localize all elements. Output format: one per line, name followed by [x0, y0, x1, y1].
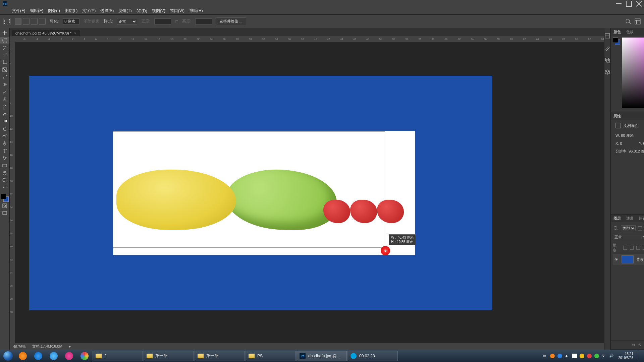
tray-icon-4[interactable]: [580, 354, 584, 358]
magic-wand-tool[interactable]: [0, 52, 9, 58]
layer-filter-select[interactable]: 类型: [621, 225, 636, 231]
tray-flag-icon[interactable]: [572, 354, 577, 358]
layers-tab[interactable]: 图层: [613, 216, 621, 221]
path-select-tool[interactable]: [0, 155, 9, 162]
minimize-button[interactable]: [614, 0, 624, 7]
menu-edit[interactable]: 编辑(E): [30, 8, 43, 14]
search-icon[interactable]: [625, 18, 631, 24]
workspace-icon[interactable]: [635, 18, 641, 24]
tray-desktop-icon[interactable]: ▭: [543, 354, 547, 358]
frame-tool[interactable]: [0, 66, 9, 73]
taskbar-folder-1[interactable]: 2: [93, 351, 143, 361]
tray-icon-1[interactable]: [550, 354, 555, 358]
filter-pixel-icon[interactable]: [638, 226, 642, 231]
taskbar-app-3[interactable]: [46, 351, 61, 361]
taskbar-folder-3[interactable]: 第一章: [195, 351, 245, 361]
status-arrow-icon[interactable]: ▸: [69, 344, 71, 349]
clone-stamp-tool[interactable]: [0, 96, 9, 103]
selection-add-icon[interactable]: [23, 18, 30, 25]
history-brush-tool[interactable]: [0, 103, 9, 110]
taskbar-app-4[interactable]: [62, 351, 76, 361]
menu-view[interactable]: 视图(V): [152, 8, 165, 14]
horizontal-ruler[interactable]: -6-4-20246810121416182022242628303234363…: [10, 36, 604, 42]
taskbar-app-5[interactable]: [77, 351, 92, 361]
move-tool[interactable]: [0, 29, 9, 36]
menu-image[interactable]: 图像(I): [48, 8, 60, 14]
maximize-button[interactable]: [624, 0, 634, 7]
menu-3d[interactable]: 3D(D): [137, 9, 147, 13]
package-panel-icon[interactable]: [604, 69, 610, 75]
menu-file[interactable]: 文件(F): [12, 8, 25, 14]
tray-network-icon[interactable]: ⛛: [602, 354, 606, 358]
channels-tab[interactable]: 通道: [626, 216, 634, 221]
tab-close-icon[interactable]: ×: [74, 31, 76, 35]
screen-mode-icon[interactable]: [0, 210, 9, 217]
swatches-tab[interactable]: 色板: [626, 29, 634, 35]
lasso-tool[interactable]: [0, 44, 9, 51]
tray-icon-5[interactable]: [587, 354, 592, 358]
healing-brush-tool[interactable]: [0, 81, 9, 88]
color-panel-swatch[interactable]: [613, 38, 620, 45]
rectangle-tool[interactable]: [0, 162, 9, 169]
style-select[interactable]: 正常: [117, 18, 137, 25]
quick-mask-icon[interactable]: [0, 202, 9, 209]
feather-input[interactable]: [63, 18, 79, 24]
color-field[interactable]: [622, 38, 644, 108]
lock-position-icon[interactable]: [630, 246, 634, 250]
selection-intersect-icon[interactable]: [39, 18, 46, 25]
lock-pixels-icon[interactable]: [623, 246, 627, 250]
selection-subtract-icon[interactable]: [31, 18, 38, 25]
taskbar-app-1[interactable]: [15, 351, 30, 361]
tray-icon-3[interactable]: ▲: [565, 354, 570, 358]
layer-thumbnail[interactable]: [622, 255, 634, 263]
paths-tab[interactable]: 路径: [639, 216, 644, 221]
canvas-area[interactable]: W：46.43 厘米H：19.55 厘米 ✥: [16, 42, 604, 343]
taskbar-app-2[interactable]: [31, 351, 46, 361]
brush-tool[interactable]: [0, 88, 9, 95]
tray-icon-6[interactable]: [594, 354, 599, 358]
layer-fx-icon[interactable]: fx: [639, 343, 642, 347]
taskbar-recorder[interactable]: 00:02:23: [347, 351, 398, 361]
type-tool[interactable]: [0, 147, 9, 154]
marquee-preset-icon[interactable]: [3, 18, 11, 25]
color-tab[interactable]: 颜色: [613, 29, 621, 35]
dodge-tool[interactable]: [0, 133, 9, 139]
tray-icon-2[interactable]: [557, 354, 562, 358]
marquee-tool[interactable]: [0, 37, 9, 44]
layer-name[interactable]: 背景: [636, 257, 644, 262]
taskbar-folder-4[interactable]: PS: [246, 351, 296, 361]
start-button[interactable]: [1, 351, 15, 361]
history-panel-icon[interactable]: [604, 33, 610, 39]
tray-clock[interactable]: 15:212019/3/28: [616, 352, 636, 360]
zoom-level[interactable]: 46.76%: [13, 345, 25, 349]
brush-panel-icon[interactable]: [604, 45, 610, 51]
zoom-tool[interactable]: [0, 177, 9, 184]
layer-row-background[interactable]: 👁 背景 🔒: [613, 254, 644, 265]
eraser-tool[interactable]: [0, 111, 9, 117]
vertical-ruler[interactable]: 0246810121416182022242628303234363840: [10, 42, 16, 343]
clone-panel-icon[interactable]: [604, 57, 610, 63]
crop-tool[interactable]: [0, 59, 9, 66]
selection-new-icon[interactable]: [15, 18, 21, 25]
show-desktop-button[interactable]: [638, 351, 641, 361]
lock-artboard-icon[interactable]: [636, 246, 640, 250]
layer-visibility-icon[interactable]: 👁: [613, 257, 619, 261]
taskbar-photoshop[interactable]: Psdhsdhdfh.jpg @...: [297, 351, 347, 361]
tray-volume-icon[interactable]: 🔊: [609, 354, 614, 358]
properties-tab[interactable]: 属性: [613, 114, 621, 119]
menu-window[interactable]: 窗口(W): [170, 8, 184, 14]
select-and-mask-button[interactable]: 选择并遮住 ...: [216, 17, 246, 25]
menu-type[interactable]: 文字(Y): [82, 8, 96, 14]
close-button[interactable]: [634, 0, 644, 7]
menu-filter[interactable]: 滤镜(T): [118, 8, 131, 14]
menu-layer[interactable]: 图层(L): [65, 8, 78, 14]
eyedropper-tool[interactable]: [0, 74, 9, 80]
lock-nested-icon[interactable]: [643, 246, 644, 250]
blur-tool[interactable]: [0, 125, 9, 132]
document-tab[interactable]: dhsdhdfh.jpg @ 46.8%(CMYK/8) * ×: [12, 30, 80, 36]
link-layers-icon[interactable]: ⚯: [632, 343, 635, 347]
layer-search-icon[interactable]: [613, 225, 619, 231]
doc-size[interactable]: 文档:17.4M/16.0M: [32, 344, 62, 349]
gradient-tool[interactable]: [0, 118, 9, 125]
color-swatch[interactable]: [1, 194, 9, 202]
